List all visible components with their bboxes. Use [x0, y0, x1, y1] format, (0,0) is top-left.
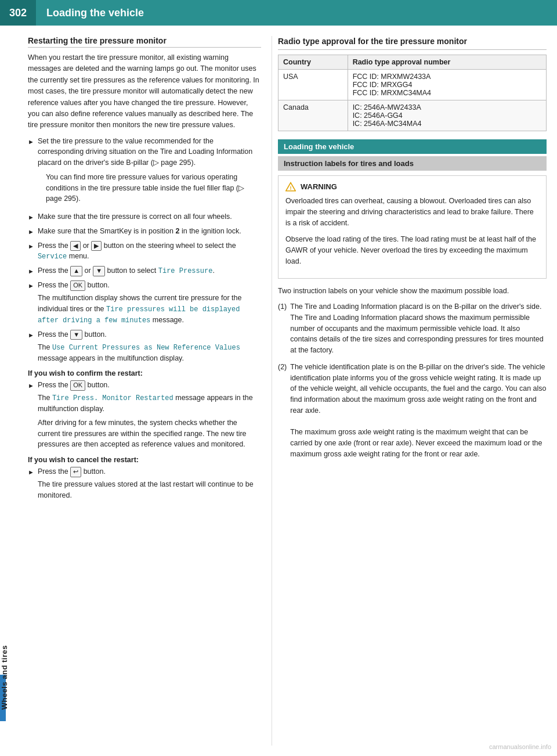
service-menu-text: Service	[38, 253, 67, 261]
confirm-text: Press the OK button. The Tire Press. Mon…	[38, 380, 261, 450]
header-bar: 302 Loading the vehicle	[0, 0, 557, 26]
down-btn-icon: ▼	[93, 266, 105, 276]
warning-header: ! WARNING	[285, 182, 539, 192]
ok-btn-icon: OK	[70, 280, 85, 290]
instruction-text-2: Make sure that the tire pressure is corr…	[38, 211, 261, 222]
table-row: Canada IC: 2546A-MW2433AIC: 2546A-GG4IC:…	[278, 100, 547, 131]
left-section-heading: Restarting the tire pressure monitor	[28, 36, 261, 48]
svg-text:!: !	[290, 185, 292, 190]
instruction-text-6: Press the OK button. The multifunction d…	[38, 280, 261, 326]
arrow-icon: ►	[28, 213, 34, 222]
side-tab-label: Wheels and tires	[0, 645, 9, 710]
cancel-instructions: ► Press the ↩ button. The tire pressure …	[28, 466, 261, 501]
main-layout: Wheels and tires Restarting the tire pre…	[0, 26, 557, 756]
table-cell-usa: USA	[278, 69, 348, 100]
cancel-text: Press the ↩ button. The tire pressure va…	[38, 466, 261, 501]
table-cell-usa-numbers: FCC ID: MRXMW2433AFCC ID: MRXGG4FCC ID: …	[348, 69, 546, 100]
list-item: ► Press the OK button. The multifunction…	[28, 280, 261, 326]
header-title: Loading the vehicle	[36, 7, 144, 19]
list-item: ► Press the OK button. The Tire Press. M…	[28, 380, 261, 450]
table-header-approval: Radio type approval number	[348, 55, 546, 69]
instructions-list: ► Set the tire pressure to the value rec…	[28, 136, 261, 364]
warning-triangle-icon: !	[285, 182, 296, 192]
table-header-country: Country	[278, 55, 348, 69]
list-item-subtext: ► You can find more tire pressure values…	[28, 172, 261, 208]
right-btn-icon: ▶	[91, 241, 102, 251]
down-btn-icon-2: ▼	[70, 330, 82, 340]
teal-section-bar: Loading the vehicle	[278, 139, 547, 154]
arrow-icon: ►	[28, 381, 34, 391]
list-item: ► Set the tire pressure to the value rec…	[28, 136, 261, 168]
instruction-text-7: Press the ▼ button. The Use Current Pres…	[38, 329, 261, 364]
use-current-msg: Use Current Pressures as New Reference V…	[52, 344, 240, 352]
list-item: ► Press the ▼ button. The Use Current Pr…	[28, 329, 261, 364]
instruction-text-3: Make sure that the SmartKey is in positi…	[38, 226, 261, 237]
content-area: Restarting the tire pressure monitor Whe…	[22, 26, 557, 756]
gray-section-bar: Instruction labels for tires and loads	[278, 156, 547, 171]
item-text-2: The vehicle identification plate is on t…	[290, 362, 547, 460]
instruction-text-4: Press the ◀ or ▶ button on the steering …	[38, 240, 261, 262]
num-label-2: (2)	[278, 362, 287, 373]
monitor-restarted-msg: Tire Press. Monitor Restarted	[52, 394, 173, 402]
numbered-items-list: (1) The Tire and Loading Information pla…	[278, 301, 547, 460]
sub-text-1: You can find more tire pressure values f…	[46, 172, 261, 204]
arrow-icon: ►	[28, 227, 34, 237]
instruction-text: Set the tire pressure to the value recom…	[38, 136, 261, 168]
item-text-1: The Tire and Loading Information placard…	[290, 301, 547, 356]
table-cell-canada-numbers: IC: 2546A-MW2433AIC: 2546A-GG4IC: 2546A-…	[348, 100, 546, 131]
table-cell-canada: Canada	[278, 100, 348, 131]
if-cancel-heading: If you wish to cancel the restart:	[28, 456, 261, 464]
right-column: Radio type approval for the tire pressur…	[272, 36, 557, 746]
back-btn-icon: ↩	[70, 467, 81, 477]
left-intro-text: When you restart the tire pressure monit…	[28, 52, 261, 131]
arrow-icon: ►	[28, 137, 34, 147]
list-item: ► Make sure that the SmartKey is in posi…	[28, 226, 261, 237]
list-item: ► Press the ▲ or ▼ button to select Tire…	[28, 265, 261, 276]
num-label-1: (1)	[278, 301, 287, 312]
tire-pressure-msg: Tire pressures will be displayed after d…	[38, 305, 240, 325]
warning-text-1: Overloaded tires can overheat, causing a…	[285, 196, 539, 229]
arrow-icon: ►	[28, 467, 34, 477]
arrow-icon: ►	[28, 281, 34, 291]
if-confirm-heading: If you wish to confirm the restart:	[28, 369, 261, 377]
warning-title: WARNING	[301, 182, 337, 191]
list-item: ► Make sure that the tire pressure is co…	[28, 211, 261, 222]
arrow-icon: ►	[28, 330, 34, 340]
arrow-icon: ►	[28, 267, 34, 276]
tire-pressure-text: Tire Pressure	[158, 267, 213, 275]
right-section-heading: Radio type approval for the tire pressur…	[278, 36, 547, 50]
watermark: carmanualsonline.info	[489, 743, 551, 750]
arrow-icon: ►	[28, 242, 34, 251]
side-tab: Wheels and tires	[0, 26, 22, 756]
left-column: Restarting the tire pressure monitor Whe…	[22, 36, 272, 746]
table-row: USA FCC ID: MRXMW2433AFCC ID: MRXGG4FCC …	[278, 69, 547, 100]
list-item: (2) The vehicle identification plate is …	[278, 362, 547, 460]
warning-box: ! WARNING Overloaded tires can overheat,…	[278, 175, 547, 279]
intro-load-text: Two instruction labels on your vehicle s…	[278, 286, 547, 297]
warning-text-2: Observe the load rating of the tires. Th…	[285, 234, 539, 268]
up-btn-icon: ▲	[70, 266, 82, 276]
left-btn-icon: ◀	[70, 241, 81, 251]
instruction-text-5: Press the ▲ or ▼ button to select Tire P…	[38, 265, 261, 276]
page-number: 302	[0, 0, 36, 26]
list-item: (1) The Tire and Loading Information pla…	[278, 301, 547, 356]
ok-btn-icon-2: OK	[70, 380, 85, 390]
confirm-instructions: ► Press the OK button. The Tire Press. M…	[28, 380, 261, 450]
list-item: ► Press the ↩ button. The tire pressure …	[28, 466, 261, 501]
list-item: ► Press the ◀ or ▶ button on the steerin…	[28, 240, 261, 262]
approval-table: Country Radio type approval number USA F…	[278, 55, 547, 131]
